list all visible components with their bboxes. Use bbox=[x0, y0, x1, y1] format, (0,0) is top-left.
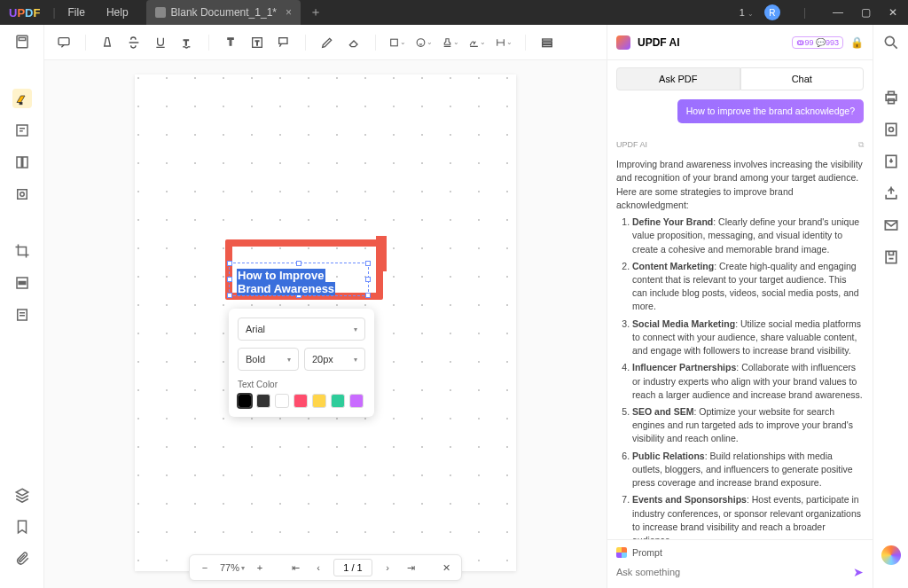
highlighter-icon[interactable] bbox=[12, 89, 32, 108]
prev-page-button[interactable]: ‹ bbox=[310, 560, 326, 576]
color-swatch[interactable] bbox=[256, 394, 270, 408]
text-color-label: Text Color bbox=[238, 380, 365, 389]
maximize-button[interactable]: ▢ bbox=[857, 6, 874, 19]
underline-icon[interactable] bbox=[152, 34, 169, 51]
attachment-icon[interactable] bbox=[12, 549, 32, 568]
print-icon[interactable] bbox=[882, 89, 900, 106]
document-page[interactable]: How to ImproveBrand Awareness Arial▾ Bol… bbox=[135, 74, 516, 571]
user-avatar[interactable]: R bbox=[764, 4, 780, 20]
svg-rect-20 bbox=[543, 42, 552, 43]
measure-icon[interactable]: ⌄ bbox=[495, 34, 513, 51]
font-weight-select[interactable]: Bold▾ bbox=[238, 348, 299, 371]
menu-help[interactable]: Help bbox=[106, 6, 129, 19]
squiggly-icon[interactable]: T bbox=[178, 34, 196, 51]
ai-list-item: SEO and SEM: Optimize your website for s… bbox=[632, 405, 864, 446]
ai-panel: UPDF AI 🎟99 💬993 🔒 Ask PDF Chat How to i… bbox=[607, 25, 873, 588]
app-logo: UPDF bbox=[9, 6, 40, 20]
svg-rect-17 bbox=[391, 39, 398, 46]
sticker-icon[interactable]: ⌄ bbox=[415, 34, 433, 51]
ai-panel-title: UPDF AI bbox=[638, 36, 785, 49]
color-swatch[interactable] bbox=[349, 394, 364, 408]
manage-comments-icon[interactable] bbox=[538, 34, 556, 51]
svg-point-27 bbox=[888, 128, 893, 132]
right-rail bbox=[873, 25, 908, 588]
stamp-icon[interactable]: ⌄ bbox=[442, 34, 459, 51]
user-message: How to improve the brand acknowledge? bbox=[677, 99, 864, 123]
svg-rect-9 bbox=[19, 282, 26, 285]
bottom-toolbar: − 77% ▾ + ⇤ ‹ › ⇥ ✕ bbox=[189, 554, 462, 581]
add-tab-button[interactable]: ＋ bbox=[309, 4, 322, 20]
svg-rect-2 bbox=[20, 103, 22, 105]
svg-rect-11 bbox=[59, 37, 69, 44]
shape-icon[interactable]: ⌄ bbox=[388, 34, 406, 51]
tab-chat[interactable]: Chat bbox=[740, 67, 865, 90]
pencil-icon[interactable] bbox=[318, 34, 336, 51]
minimize-button[interactable]: — bbox=[829, 6, 847, 19]
eraser-icon[interactable] bbox=[345, 34, 363, 51]
credits-badge[interactable]: 🎟99 💬993 bbox=[792, 36, 843, 49]
tab-ask-pdf[interactable]: Ask PDF bbox=[616, 67, 740, 90]
close-window-button[interactable]: ✕ bbox=[885, 6, 901, 19]
typewriter-icon[interactable]: T bbox=[248, 34, 266, 51]
save-icon[interactable] bbox=[882, 248, 900, 266]
layers-icon[interactable] bbox=[12, 485, 32, 505]
comment-icon[interactable] bbox=[55, 34, 73, 51]
ai-launcher-icon[interactable] bbox=[881, 545, 901, 565]
zoom-out-button[interactable]: − bbox=[197, 560, 213, 576]
font-family-select[interactable]: Arial▾ bbox=[238, 318, 365, 341]
ai-response-label: UPDF AI bbox=[616, 139, 647, 151]
page-layout-icon[interactable] bbox=[12, 153, 32, 172]
copy-icon[interactable]: ⧉ bbox=[858, 139, 864, 151]
redact-icon[interactable] bbox=[12, 273, 32, 293]
menu-file[interactable]: File bbox=[68, 6, 85, 19]
color-swatch[interactable] bbox=[275, 394, 289, 408]
notification-count[interactable]: 1 ⌄ bbox=[740, 7, 754, 18]
thumbnail-icon[interactable] bbox=[12, 32, 32, 51]
svg-rect-16 bbox=[279, 37, 287, 43]
page-number-input[interactable] bbox=[333, 559, 372, 576]
font-size-select[interactable]: 20px▾ bbox=[304, 348, 365, 371]
ocr-icon[interactable] bbox=[12, 184, 32, 204]
zoom-level[interactable]: 77% ▾ bbox=[220, 562, 245, 573]
bookmark-icon[interactable] bbox=[12, 517, 32, 537]
close-bottombar-button[interactable]: ✕ bbox=[438, 560, 454, 576]
editable-text[interactable]: How to ImproveBrand Awareness bbox=[237, 269, 335, 295]
flatten-icon[interactable] bbox=[882, 121, 900, 138]
form-icon[interactable] bbox=[12, 305, 32, 325]
crop-icon[interactable] bbox=[12, 241, 32, 261]
left-sidebar bbox=[0, 25, 44, 588]
callout-icon[interactable] bbox=[275, 34, 293, 51]
color-swatch[interactable] bbox=[312, 394, 326, 408]
chat-body[interactable]: How to improve the brand acknowledge? UP… bbox=[607, 90, 873, 539]
color-swatch[interactable] bbox=[294, 394, 308, 408]
share-icon[interactable] bbox=[882, 184, 900, 202]
first-page-button[interactable]: ⇤ bbox=[287, 560, 303, 576]
zoom-in-button[interactable]: + bbox=[252, 560, 268, 576]
ai-list-item: Events and Sponsorships: Host events, pa… bbox=[632, 493, 864, 539]
svg-rect-24 bbox=[888, 91, 894, 94]
export-icon[interactable] bbox=[882, 153, 900, 170]
text-highlight-icon[interactable] bbox=[98, 34, 116, 51]
search-icon[interactable] bbox=[882, 34, 900, 51]
ai-list-item: Public Relations: Build relationships wi… bbox=[632, 450, 864, 490]
document-tab[interactable]: Blank Document_1_1* × bbox=[146, 0, 301, 25]
close-tab-button[interactable]: × bbox=[286, 6, 292, 19]
signature-icon[interactable]: ⌄ bbox=[468, 34, 486, 51]
color-swatch[interactable] bbox=[331, 394, 345, 408]
edit-text-icon[interactable] bbox=[12, 121, 32, 140]
send-button[interactable]: ➤ bbox=[853, 565, 864, 579]
ai-logo-icon bbox=[616, 35, 630, 50]
lock-icon[interactable]: 🔒 bbox=[850, 36, 864, 49]
svg-point-18 bbox=[417, 38, 425, 46]
prompt-label: Prompt bbox=[632, 547, 662, 558]
email-icon[interactable] bbox=[882, 216, 900, 234]
strikethrough-icon[interactable] bbox=[125, 34, 143, 51]
text-box-icon[interactable]: T bbox=[222, 34, 239, 51]
last-page-button[interactable]: ⇥ bbox=[403, 560, 419, 576]
prompt-input[interactable] bbox=[616, 567, 846, 577]
ai-list-item: Influencer Partnerships: Collaborate wit… bbox=[632, 361, 864, 402]
ai-response-list: Define Your Brand: Clearly define your b… bbox=[616, 216, 864, 539]
next-page-button[interactable]: › bbox=[380, 560, 395, 576]
color-swatch[interactable] bbox=[238, 394, 252, 408]
ai-list-item: Content Marketing: Create high-quality a… bbox=[632, 260, 864, 314]
